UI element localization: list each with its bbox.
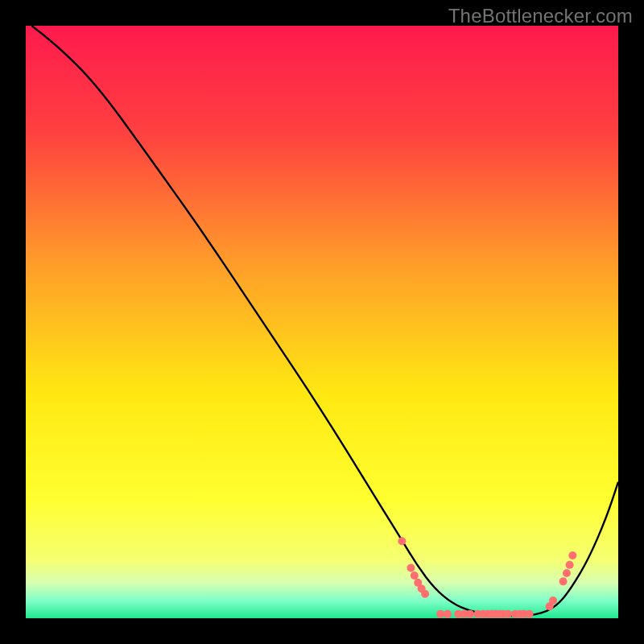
marker-point — [504, 610, 512, 618]
marker-point — [526, 610, 534, 618]
chart-frame — [26, 26, 618, 618]
marker-point — [466, 610, 474, 618]
chart-plot — [26, 26, 618, 618]
marker-point — [563, 569, 571, 577]
marker-point — [559, 577, 568, 585]
marker-point — [436, 610, 444, 618]
marker-point — [549, 597, 557, 605]
gradient-background — [26, 26, 618, 618]
marker-point — [568, 551, 576, 559]
marker-point — [407, 564, 415, 572]
marker-point — [566, 561, 574, 569]
marker-point — [411, 572, 419, 580]
marker-point — [421, 590, 429, 598]
marker-point — [444, 610, 452, 618]
attribution-label: TheBottlenecker.com — [448, 5, 633, 27]
marker-point — [398, 537, 406, 545]
